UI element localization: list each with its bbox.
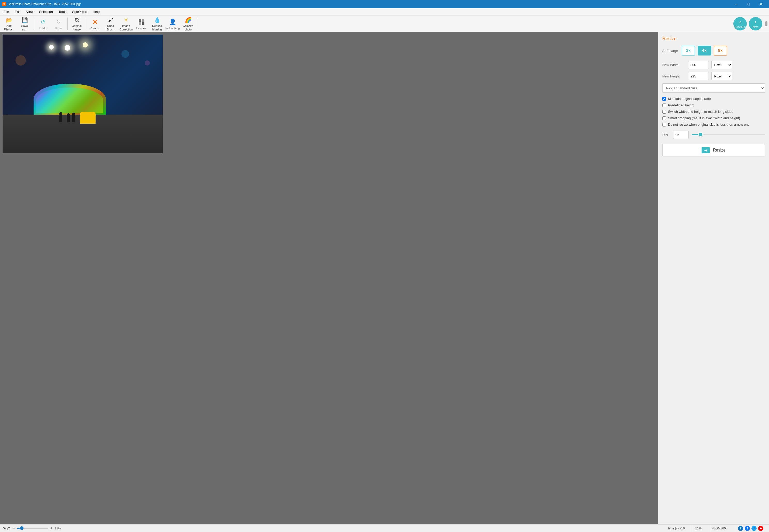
svg-rect-3: [142, 19, 144, 22]
standard-size-select[interactable]: Pick a Standard Size 640x480 800x600 102…: [662, 83, 765, 93]
reduce-blurring-label2: blurring: [152, 28, 162, 31]
no-resize-smaller-checkbox[interactable]: [662, 123, 666, 126]
enlarge-4x-button[interactable]: 4x: [698, 46, 711, 55]
zoom-thumb[interactable]: [20, 526, 23, 530]
denoise-label: Denoise: [136, 27, 147, 30]
switch-dimensions-row: Switch width and height to match long si…: [662, 110, 765, 114]
retouching-label: Retouching: [165, 27, 180, 30]
dpi-slider[interactable]: [692, 134, 765, 135]
no-resize-smaller-label: Do not resize when original size is less…: [668, 123, 750, 126]
remove-button[interactable]: Remove: [88, 17, 103, 31]
zoom-slider-track[interactable]: [17, 528, 48, 529]
bokeh-3: [145, 60, 150, 66]
new-height-input[interactable]: [688, 72, 709, 80]
smart-cropping-checkbox[interactable]: [662, 116, 666, 120]
reduce-blurring-label: Reduce: [152, 24, 162, 27]
svg-rect-2: [139, 19, 141, 22]
menu-help[interactable]: Help: [90, 9, 102, 15]
menu-tools[interactable]: Tools: [56, 9, 69, 15]
predefined-height-label: Predefined height: [668, 103, 694, 107]
main-layout: Resize AI Enlarge 2x 4x 8x New Width Pix…: [0, 32, 769, 524]
retouching-button[interactable]: 👤 Retouching: [165, 17, 180, 31]
undo-icon: ↺: [39, 18, 47, 26]
standard-size-row: Pick a Standard Size 640x480 800x600 102…: [662, 83, 765, 93]
zoom-level: 11%: [55, 527, 61, 530]
smart-cropping-row: Smart cropping (result in exact width an…: [662, 116, 765, 120]
enlarge-2x-button[interactable]: 2x: [682, 46, 695, 55]
dpi-thumb[interactable]: [698, 132, 703, 137]
dpi-track-fill: [692, 134, 699, 135]
colorize-photo-button[interactable]: 🌈 Colorize photo: [180, 17, 195, 31]
info-icon[interactable]: i: [738, 526, 743, 531]
app-icon: S: [2, 2, 6, 6]
street-lamp-2: [65, 45, 70, 51]
twitter-icon[interactable]: t: [751, 526, 757, 531]
previous-button[interactable]: ‹ Previous: [733, 17, 747, 30]
resize-button[interactable]: ➜ Resize: [662, 144, 765, 156]
menu-view[interactable]: View: [23, 9, 36, 15]
person-3: [72, 113, 75, 122]
reduce-blurring-button[interactable]: 💧 Reduce blurring: [149, 17, 164, 31]
close-button[interactable]: ✕: [755, 0, 767, 8]
original-image-icon: 🖼: [73, 17, 81, 24]
undo-brush-button[interactable]: 🖌 Undo Brush: [103, 17, 118, 31]
redo-button[interactable]: ↻ Redo: [51, 17, 66, 31]
remove-label: Remove: [90, 27, 100, 30]
previous-arrow-icon: ‹: [739, 19, 741, 25]
undo-brush-icon: 🖌: [106, 17, 115, 24]
save-as-label: Save: [21, 24, 28, 27]
minimize-button[interactable]: −: [730, 0, 742, 8]
youtube-icon[interactable]: ▶: [758, 526, 763, 531]
view-icon: 👁: [3, 526, 6, 530]
remove-icon: [91, 18, 99, 26]
retouching-icon: 👤: [168, 18, 177, 26]
menu-file[interactable]: File: [1, 9, 12, 15]
toolbar-nav: ‹ Previous › Next: [733, 17, 767, 30]
zoom-in-button[interactable]: +: [49, 526, 53, 531]
maximize-button[interactable]: □: [743, 0, 755, 8]
canvas-area[interactable]: [0, 32, 658, 524]
new-width-unit-select[interactable]: Pixel Percent Inch cm: [711, 61, 732, 69]
toolbar-separator-4: [197, 18, 197, 30]
undo-brush-label: Undo: [107, 24, 114, 27]
save-as-button[interactable]: 💾 Save as...: [17, 17, 32, 31]
original-image-label: Original: [72, 24, 82, 27]
next-button[interactable]: › Next: [749, 17, 762, 30]
original-image-label2: Image: [73, 28, 81, 31]
title-bar-left: S SoftOrbits Photo Retoucher Pro - IMG_2…: [2, 2, 81, 6]
title-bar-controls[interactable]: − □ ✕: [730, 0, 767, 8]
yellow-vehicle: [80, 112, 96, 124]
denoise-button[interactable]: Denoise: [134, 17, 149, 31]
colorize-photo-icon: 🌈: [184, 17, 192, 24]
maintain-aspect-row: Maintain original aspect ratio: [662, 97, 765, 101]
original-image-button[interactable]: 🖼 Original Image: [69, 17, 84, 31]
switch-dimensions-checkbox[interactable]: [662, 110, 666, 114]
new-width-input[interactable]: [688, 61, 709, 69]
image-correction-label2: Correction: [120, 28, 133, 31]
undo-button[interactable]: ↺ Undo: [35, 17, 50, 31]
denoise-icon: [137, 18, 146, 26]
zoom-out-button[interactable]: −: [12, 526, 16, 531]
person-2: [67, 113, 70, 122]
predefined-height-checkbox[interactable]: [662, 104, 666, 107]
dpi-input[interactable]: [673, 131, 689, 139]
predefined-height-row: Predefined height: [662, 103, 765, 107]
dpi-row: DPI: [662, 131, 765, 139]
enlarge-8x-button[interactable]: 8x: [714, 46, 727, 55]
switch-dimensions-label: Switch width and height to match long si…: [668, 110, 733, 114]
maintain-aspect-checkbox[interactable]: [662, 97, 666, 101]
image-correction-icon: ☀: [122, 17, 130, 24]
no-resize-smaller-row: Do not resize when original size is less…: [662, 123, 765, 126]
undo-label: Undo: [40, 27, 46, 30]
image-correction-button[interactable]: ☀ Image Correction: [119, 17, 133, 31]
new-height-unit-select[interactable]: Pixel Percent Inch cm: [711, 72, 732, 80]
new-height-row: New Height Pixel Percent Inch cm: [662, 72, 765, 80]
ai-enlarge-label: AI Enlarge: [662, 49, 678, 53]
facebook-icon[interactable]: f: [745, 526, 750, 531]
menu-edit[interactable]: Edit: [12, 9, 23, 15]
status-right: Time (s): 0.0 11% 4800x3600 i f t ▶: [664, 525, 766, 532]
menu-selection[interactable]: Selection: [36, 9, 55, 15]
panel-collapse-handle[interactable]: [765, 21, 767, 26]
menu-softorbits[interactable]: SoftOrbits: [69, 9, 90, 15]
add-files-button[interactable]: 📂 Add File(s)...: [2, 17, 17, 31]
